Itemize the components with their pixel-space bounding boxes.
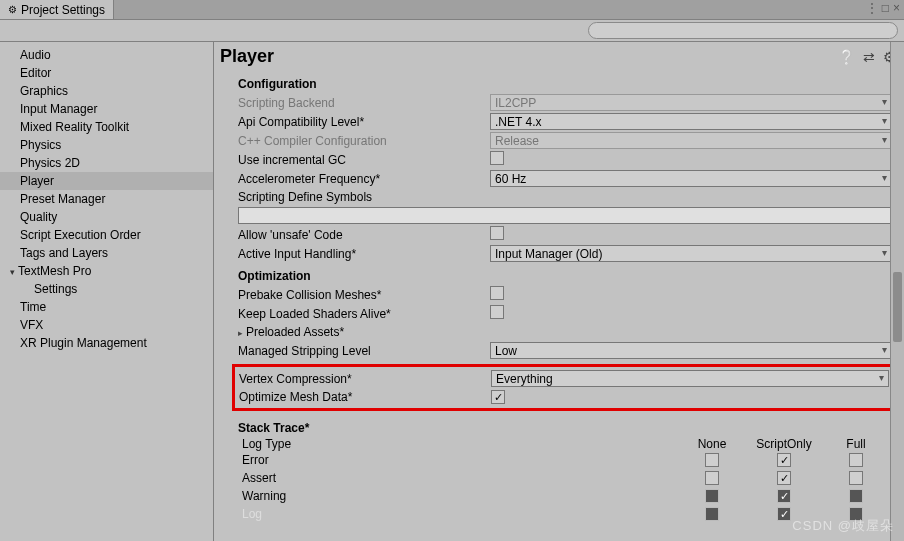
dropdown-scripting-backend: IL2CPP: [490, 94, 892, 111]
checkbox-assert-scriptonly[interactable]: [777, 471, 791, 485]
dropdown-active-input[interactable]: Input Manager (Old): [490, 245, 892, 262]
label-prebake: Prebake Collision Meshes*: [238, 288, 490, 302]
settings-slider-icon[interactable]: ⇄: [863, 49, 875, 65]
label-active-input: Active Input Handling*: [238, 247, 490, 261]
checkbox-error-scriptonly[interactable]: [777, 453, 791, 467]
dropdown-api-compat[interactable]: .NET 4.x: [490, 113, 892, 130]
sidebar-item-tags-and-layers[interactable]: Tags and Layers: [0, 244, 213, 262]
label-allow-unsafe: Allow 'unsafe' Code: [238, 228, 490, 242]
window-buttons: ⋮ □ ×: [866, 1, 900, 15]
checkbox-keep-shaders[interactable]: [490, 305, 504, 319]
section-optimization: Optimization: [238, 263, 892, 285]
label-api-compat: Api Compatibility Level*: [238, 115, 490, 129]
dropdown-cpp-compiler: Release: [490, 132, 892, 149]
checkbox-log-none[interactable]: [705, 507, 719, 521]
label-vertex-compression: Vertex Compression*: [239, 372, 491, 386]
stack-row-assert: Assert: [238, 469, 892, 487]
checkbox-assert-full[interactable]: [849, 471, 863, 485]
vertical-scrollbar[interactable]: [890, 42, 904, 541]
watermark: CSDN @歧屋朵: [792, 517, 894, 535]
label-optimize-mesh: Optimize Mesh Data*: [239, 390, 491, 404]
label-accelerometer: Accelerometer Frequency*: [238, 172, 490, 186]
label-stripping: Managed Stripping Level: [238, 344, 490, 358]
tab-title: Project Settings: [21, 3, 105, 17]
sidebar-item-editor[interactable]: Editor: [0, 64, 213, 82]
sidebar-item-textmesh-settings[interactable]: Settings: [0, 280, 213, 298]
col-logtype: Log Type: [238, 437, 490, 451]
checkbox-log-scriptonly[interactable]: [777, 507, 791, 521]
sidebar-item-mixed-reality-toolkit[interactable]: Mixed Reality Toolkit: [0, 118, 213, 136]
sidebar-item-audio[interactable]: Audio: [0, 46, 213, 64]
checkbox-allow-unsafe[interactable]: [490, 226, 504, 240]
sidebar-item-xr-plugin-management[interactable]: XR Plugin Management: [0, 334, 213, 352]
tab-bar: ⚙ Project Settings ⋮ □ ×: [0, 0, 904, 20]
settings-sidebar: Audio Editor Graphics Input Manager Mixe…: [0, 42, 214, 541]
label-scripting-defines: Scripting Define Symbols: [238, 190, 490, 204]
sidebar-item-script-execution-order[interactable]: Script Execution Order: [0, 226, 213, 244]
dropdown-accelerometer[interactable]: 60 Hz: [490, 170, 892, 187]
window-maximize-icon[interactable]: □: [882, 1, 889, 15]
project-settings-tab[interactable]: ⚙ Project Settings: [0, 0, 114, 19]
sidebar-item-player[interactable]: Player: [0, 172, 213, 190]
col-full: Full: [820, 437, 892, 451]
checkbox-warning-scriptonly[interactable]: [777, 489, 791, 503]
col-scriptonly: ScriptOnly: [748, 437, 820, 451]
sidebar-item-preset-manager[interactable]: Preset Manager: [0, 190, 213, 208]
stack-row-error: Error: [238, 451, 892, 469]
scrollbar-thumb[interactable]: [893, 272, 902, 342]
window-menu-icon[interactable]: ⋮: [866, 1, 878, 15]
sidebar-item-input-manager[interactable]: Input Manager: [0, 100, 213, 118]
checkbox-error-none[interactable]: [705, 453, 719, 467]
stack-row-warning: Warning: [238, 487, 892, 505]
sidebar-item-physics-2d[interactable]: Physics 2D: [0, 154, 213, 172]
checkbox-warning-none[interactable]: [705, 489, 719, 503]
sidebar-item-quality[interactable]: Quality: [0, 208, 213, 226]
sidebar-item-graphics[interactable]: Graphics: [0, 82, 213, 100]
section-stack-trace: Stack Trace*: [238, 415, 892, 437]
label-cpp-compiler: C++ Compiler Configuration: [238, 134, 490, 148]
search-input[interactable]: [588, 22, 898, 39]
dropdown-stripping[interactable]: Low: [490, 342, 892, 359]
label-incremental-gc: Use incremental GC: [238, 153, 490, 167]
content-panel: Player ❔ ⇄ ⚙ Configuration Scripting Bac…: [214, 42, 904, 541]
input-scripting-defines[interactable]: [238, 207, 892, 224]
sidebar-item-time[interactable]: Time: [0, 298, 213, 316]
page-title: Player: [220, 46, 274, 67]
col-none: None: [676, 437, 748, 451]
checkbox-incremental-gc[interactable]: [490, 151, 504, 165]
sidebar-group-textmesh-pro[interactable]: TextMesh Pro: [0, 262, 213, 280]
section-configuration: Configuration: [238, 71, 892, 93]
window-close-icon[interactable]: ×: [893, 1, 900, 15]
label-scripting-backend: Scripting Backend: [238, 96, 490, 110]
toolbar: [0, 20, 904, 42]
help-icon[interactable]: ❔: [838, 49, 855, 65]
sidebar-item-physics[interactable]: Physics: [0, 136, 213, 154]
foldout-preloaded-assets[interactable]: Preloaded Assets*: [238, 325, 490, 339]
checkbox-optimize-mesh[interactable]: [491, 390, 505, 404]
checkbox-warning-full[interactable]: [849, 489, 863, 503]
sidebar-item-vfx[interactable]: VFX: [0, 316, 213, 334]
gear-icon: ⚙: [8, 4, 17, 15]
checkbox-assert-none[interactable]: [705, 471, 719, 485]
highlight-annotation: Vertex Compression* Everything Optimize …: [232, 364, 896, 411]
dropdown-vertex-compression[interactable]: Everything: [491, 370, 889, 387]
label-keep-shaders: Keep Loaded Shaders Alive*: [238, 307, 490, 321]
checkbox-prebake[interactable]: [490, 286, 504, 300]
checkbox-error-full[interactable]: [849, 453, 863, 467]
